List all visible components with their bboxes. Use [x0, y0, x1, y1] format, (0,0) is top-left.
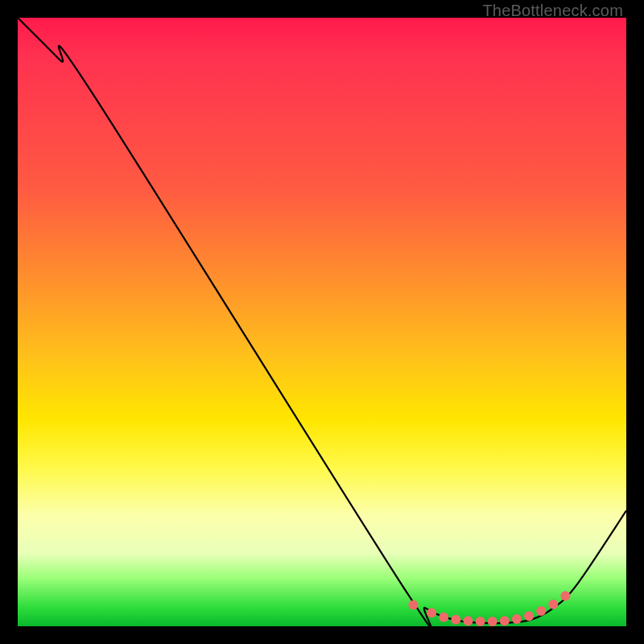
dot-cluster — [408, 591, 570, 626]
marker-dot — [488, 617, 497, 626]
chart-svg — [18, 18, 626, 626]
marker-dot — [427, 608, 436, 617]
chart-plot-area — [18, 18, 626, 626]
bottleneck-curve — [18, 18, 626, 626]
marker-dot — [524, 611, 534, 621]
marker-dot — [548, 600, 558, 609]
marker-dot — [408, 601, 418, 610]
marker-dot — [536, 606, 546, 616]
marker-dot — [463, 616, 473, 625]
marker-dot — [500, 616, 510, 625]
chart-frame: TheBottleneck.com — [0, 0, 644, 644]
marker-dot — [476, 617, 485, 626]
marker-dot — [439, 613, 448, 622]
watermark-text: TheBottleneck.com — [482, 2, 623, 20]
marker-dot — [451, 615, 460, 625]
marker-dot — [560, 591, 570, 601]
marker-dot — [512, 614, 522, 624]
